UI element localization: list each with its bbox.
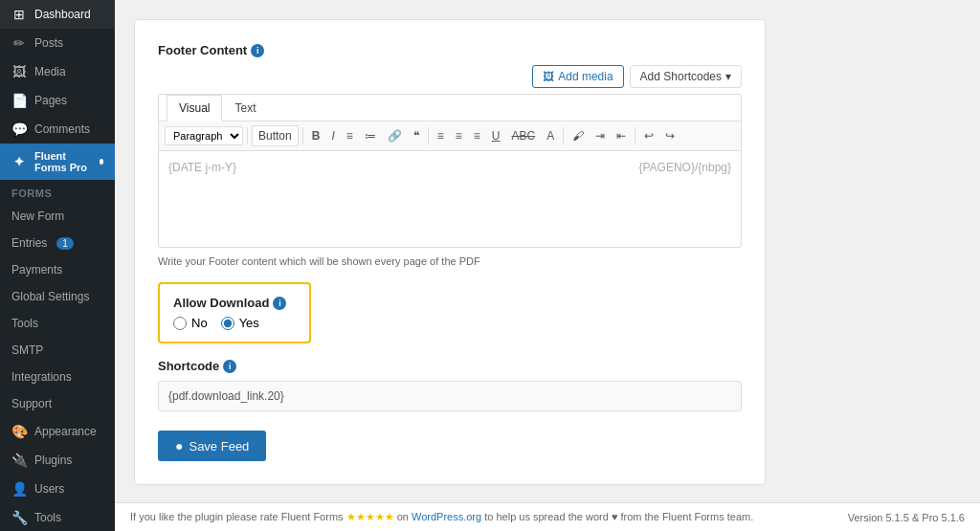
align-left-button[interactable]: ≡ — [433, 126, 449, 145]
active-dot — [100, 159, 103, 165]
media-icon: 🖼 — [11, 64, 27, 79]
add-media-icon: 🖼 — [543, 70, 554, 83]
allow-download-radio-group: No Yes — [173, 316, 296, 330]
appearance-icon: 🎨 — [11, 424, 27, 439]
toolbar-sep-1 — [247, 127, 248, 144]
comments-icon: 💬 — [11, 122, 27, 137]
radio-yes[interactable]: Yes — [221, 316, 259, 330]
chevron-down-icon: ▾ — [725, 70, 731, 83]
main-content: Footer Content i 🖼 Add media Add Shortco… — [115, 0, 980, 531]
italic-button[interactable]: I — [326, 126, 339, 145]
sidebar-item-global-settings[interactable]: Global Settings — [0, 283, 115, 310]
font-color-button[interactable]: A — [542, 126, 559, 145]
sidebar-item-appearance[interactable]: 🎨 Appearance — [0, 417, 115, 446]
sidebar-item-posts[interactable]: ✏ Posts — [0, 29, 115, 57]
save-icon: ● — [175, 438, 183, 454]
editor-date-placeholder: {DATE j-m-Y} — [168, 161, 236, 174]
sidebar-item-new-form[interactable]: New Form — [0, 203, 115, 230]
sidebar-item-smtp[interactable]: SMTP — [0, 337, 115, 364]
sidebar-item-dashboard[interactable]: ⊞ Dashboard — [0, 0, 115, 29]
toolbar-sep-4 — [563, 127, 564, 144]
sidebar-item-media[interactable]: 🖼 Media — [0, 57, 115, 86]
indent-button[interactable]: ⇥ — [590, 126, 610, 145]
tab-text[interactable]: Text — [222, 95, 268, 122]
posts-icon: ✏ — [11, 35, 27, 51]
outdent-button[interactable]: ⇤ — [612, 126, 631, 145]
sidebar-item-payments[interactable]: Payments — [0, 256, 115, 283]
plugins-icon: 🔌 — [11, 453, 27, 468]
content-area: Footer Content i 🖼 Add media Add Shortco… — [115, 0, 980, 502]
wordpress-link[interactable]: WordPress.org — [412, 511, 481, 522]
footer-content-info-icon[interactable]: i — [251, 44, 264, 57]
add-shortcodes-button[interactable]: Add Shortcodes ▾ — [630, 65, 742, 88]
sidebar-item-fluent-forms[interactable]: ✦ Fluent Forms Pro — [0, 144, 115, 180]
version-text: Version 5.1.5 & Pro 5.1.6 — [848, 512, 965, 523]
paint-button[interactable]: 🖌 — [568, 126, 589, 145]
button-insert-button[interactable]: Button — [252, 125, 299, 146]
ordered-list-button[interactable]: ≔ — [360, 126, 381, 145]
underline-button[interactable]: U — [487, 126, 505, 145]
dashboard-icon: ⊞ — [11, 7, 27, 22]
forms-section-label: Forms — [0, 180, 115, 203]
stars: ★★★★★ — [346, 511, 394, 522]
sidebar-item-pages[interactable]: 📄 Pages — [0, 86, 115, 115]
entries-badge: 1 — [56, 237, 74, 250]
sidebar-item-support[interactable]: Support — [0, 390, 115, 417]
paragraph-select[interactable]: Paragraph — [165, 126, 243, 145]
shortcode-label: Shortcode i — [158, 359, 742, 373]
editor-top-row: 🖼 Add media Add Shortcodes ▾ — [158, 65, 742, 88]
footer-content-label: Footer Content i — [158, 43, 742, 57]
sidebar-item-tools[interactable]: Tools — [0, 310, 115, 337]
shortcode-input[interactable] — [158, 381, 742, 411]
toolbar-sep-2 — [302, 127, 303, 144]
undo-button[interactable]: ↩ — [639, 126, 658, 145]
sidebar-item-plugins[interactable]: 🔌 Plugins — [0, 446, 115, 475]
editor-pageno-placeholder: {PAGENO}/{nbpg} — [638, 161, 731, 174]
footer-text: If you like the plugin please rate Fluen… — [130, 511, 753, 523]
footer-editor: Visual Text Paragraph Button B I ≡ — [158, 94, 742, 248]
allow-download-info-icon[interactable]: i — [273, 297, 286, 310]
tab-visual[interactable]: Visual — [167, 95, 222, 122]
editor-top-buttons: 🖼 Add media Add Shortcodes ▾ — [532, 65, 742, 88]
footer-bar: If you like the plugin please rate Fluen… — [115, 502, 980, 531]
align-right-button[interactable]: ≡ — [469, 126, 485, 145]
align-center-button[interactable]: ≡ — [451, 126, 467, 145]
fluent-icon: ✦ — [11, 154, 27, 169]
content-card: Footer Content i 🖼 Add media Add Shortco… — [134, 19, 766, 485]
sidebar-item-comments[interactable]: 💬 Comments — [0, 115, 115, 144]
editor-body[interactable]: {DATE j-m-Y} {PAGENO}/{nbpg} — [159, 151, 741, 247]
shortcode-info-icon[interactable]: i — [223, 360, 236, 373]
unordered-list-button[interactable]: ≡ — [342, 126, 358, 145]
allow-download-label: Allow Download i — [173, 296, 296, 310]
editor-tabs: Visual Text — [159, 95, 741, 122]
blockquote-button[interactable]: ❝ — [409, 126, 424, 145]
tools-icon: 🔧 — [11, 510, 27, 525]
strikethrough-button[interactable]: ABC — [506, 126, 540, 145]
allow-download-box: Allow Download i No Yes — [158, 282, 311, 343]
radio-yes-input[interactable] — [221, 317, 234, 330]
sidebar-item-users[interactable]: 👤 Users — [0, 475, 115, 503]
sidebar-item-tools-bottom[interactable]: 🔧 Tools — [0, 503, 115, 531]
users-icon: 👤 — [11, 481, 27, 497]
toolbar-sep-3 — [428, 127, 429, 144]
sidebar-item-entries[interactable]: Entries 1 — [0, 230, 115, 256]
radio-no[interactable]: No — [173, 316, 208, 330]
footer-content-hint: Write your Footer content which will be … — [158, 255, 742, 267]
sidebar-item-integrations[interactable]: Integrations — [0, 364, 115, 390]
pages-icon: 📄 — [11, 93, 27, 108]
add-media-button[interactable]: 🖼 Add media — [532, 65, 623, 88]
save-feed-button[interactable]: ● Save Feed — [158, 431, 266, 461]
sidebar: ⊞ Dashboard ✏ Posts 🖼 Media 📄 Pages 💬 Co… — [0, 0, 115, 531]
redo-button[interactable]: ↪ — [660, 126, 679, 145]
radio-no-input[interactable] — [173, 317, 187, 330]
editor-toolbar: Paragraph Button B I ≡ ≔ 🔗 ❝ ≡ ≡ — [159, 122, 741, 151]
link-button[interactable]: 🔗 — [383, 126, 407, 145]
toolbar-sep-5 — [635, 127, 635, 144]
bold-button[interactable]: B — [307, 126, 325, 145]
